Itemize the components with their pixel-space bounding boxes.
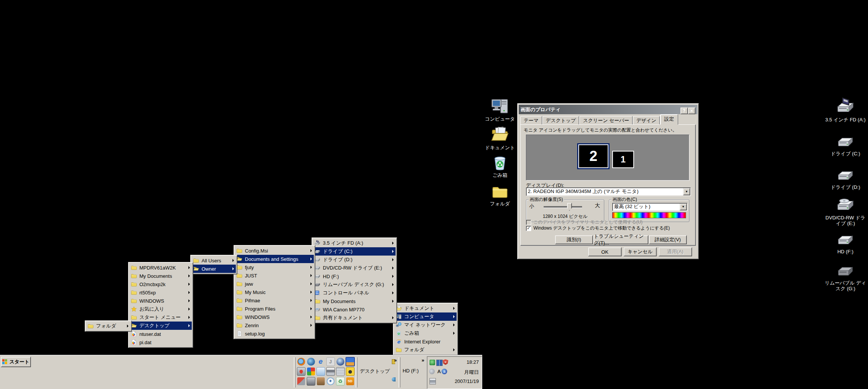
brown-app-icon[interactable] <box>317 377 325 385</box>
menu-item-computer[interactable]: コンピュータ <box>394 312 457 321</box>
apply-button[interactable]: 適用(A) <box>659 247 692 256</box>
tab-themes[interactable]: テーマ <box>520 116 542 125</box>
yellow-camera-icon[interactable] <box>346 367 355 376</box>
desktop-icon-removable-g[interactable]: リムーバブル ディスク (G:) <box>824 262 866 291</box>
menu-item-pi-dat[interactable]: pi.dat <box>130 338 192 346</box>
toolbar-grip[interactable] <box>356 357 358 387</box>
printer-icon[interactable] <box>326 367 335 376</box>
volume-icon[interactable] <box>429 369 435 374</box>
menu-item-internet-explorer[interactable]: Internet Explorer <box>394 337 457 346</box>
desktop-icon-documents[interactable]: ドキュメント <box>477 125 523 150</box>
menu-item-jww[interactable]: jww <box>235 280 314 288</box>
menu-item-folder[interactable]: フォルダ <box>86 322 130 330</box>
menu-item-my-documents[interactable]: My Documents <box>313 297 396 305</box>
menu-item-rt505xp[interactable]: rt505xp <box>130 288 192 297</box>
menu-item-folder[interactable]: フォルダ <box>394 346 457 354</box>
menu-item-setup-log[interactable]: setup.log <box>235 329 314 338</box>
color-cube-icon[interactable] <box>307 368 315 375</box>
internet-explorer-icon[interactable]: e <box>317 358 325 366</box>
monitor-arrangement-panel[interactable]: 2 1 <box>526 135 689 181</box>
menu-item-my-documents[interactable]: My Documents <box>130 272 192 280</box>
desktop-toolbar[interactable]: デスクトップ <box>359 368 391 375</box>
dropdown-arrow-icon[interactable]: ▼ <box>683 188 690 195</box>
menu-item-drive-c[interactable]: ドライブ (C:) <box>313 247 396 256</box>
menu-item-shared-documents[interactable]: 共有ドキュメント <box>313 314 396 322</box>
calculator-icon[interactable] <box>336 367 345 376</box>
compass-icon[interactable]: ✦ <box>327 377 335 385</box>
advanced-button[interactable]: 詳細設定(V) <box>649 235 687 244</box>
desktop-icon-computer[interactable]: コンピュータ <box>477 96 523 122</box>
dialog-titlebar[interactable]: 画面のプロパティ ? × <box>519 105 697 114</box>
menu-item-floppy-a[interactable]: 3.5 インチ FD (A:) <box>313 239 396 247</box>
menu-item-all-users[interactable]: All Users <box>192 256 236 265</box>
desktop-icon-drive-c[interactable]: ドライブ (C:) <box>824 133 866 156</box>
desktop-icon-recycle-bin[interactable]: ごみ箱 <box>477 153 523 178</box>
desktop-icon-floppy-a[interactable]: 3.5 インチ FD (A:) <box>824 97 866 123</box>
cancel-button[interactable]: キャンセル <box>623 247 657 256</box>
start-button[interactable]: スタート <box>1 357 31 367</box>
image-viewer-icon[interactable] <box>345 357 355 366</box>
monitor-2[interactable]: 2 <box>577 143 610 169</box>
safely-remove-icon[interactable] <box>429 360 435 365</box>
menu-item-documents[interactable]: ドキュメント <box>394 304 457 312</box>
menu-item-just[interactable]: JUST <box>235 271 314 280</box>
ime-caps-icon[interactable]: A <box>436 369 442 374</box>
tab-desktop[interactable]: デスクトップ <box>542 116 579 125</box>
menu-item-zenrin[interactable]: Zenrin <box>235 321 314 329</box>
menu-item-o2mcbxp2k[interactable]: O2mcbxp2k <box>130 280 192 288</box>
close-button[interactable]: × <box>688 107 695 114</box>
menu-item-hd-f[interactable]: HD (F:) <box>313 272 396 280</box>
menu-item-my-music[interactable]: My Music <box>235 288 314 296</box>
menu-item-desktop[interactable]: デスクトップ <box>130 322 192 330</box>
toolbar-grip[interactable] <box>294 357 296 387</box>
printer-status-icon[interactable] <box>429 378 436 384</box>
color-quality-select[interactable]: 最高 (32 ビット) ▼ <box>612 203 688 211</box>
pc-health-icon[interactable] <box>297 367 306 376</box>
checkbox-checked-icon[interactable]: ✓ <box>526 226 531 231</box>
j-app-icon[interactable]: J <box>326 357 335 366</box>
desktop-toolbar-chevron[interactable]: » <box>394 358 397 363</box>
toolbar-grip[interactable] <box>399 357 400 387</box>
menu-item-my-network[interactable]: マイ ネットワーク <box>394 321 457 329</box>
checkbox-unchecked-icon[interactable] <box>526 220 531 225</box>
hd-f-toolbar[interactable]: HD (F:) <box>401 368 420 374</box>
sd-app-icon[interactable]: SD <box>346 377 354 385</box>
troubleshoot-button[interactable]: トラブルシューティング(T)... <box>593 235 648 244</box>
menu-item-wia-canon[interactable]: WIA Canon MP770 <box>313 305 396 314</box>
resolution-slider-thumb[interactable] <box>567 203 572 211</box>
menu-item-config-msi[interactable]: Config.Msi <box>235 247 314 255</box>
scanner-icon[interactable] <box>307 377 315 386</box>
menu-item-ntuser-dat[interactable]: ntuser.dat <box>130 330 192 338</box>
display-select[interactable]: 2. RADEON IGP 340M/345M 上の (マルチ モニタ) ▼ <box>526 187 691 196</box>
menu-item-pifmae[interactable]: Pifmae <box>235 296 314 305</box>
dropdown-arrow-icon[interactable]: ▼ <box>680 204 687 210</box>
red-media-icon[interactable] <box>297 377 305 385</box>
display-settings-icon[interactable] <box>436 360 443 366</box>
tab-screensaver[interactable]: スクリーン セーバー <box>579 116 632 125</box>
green-recycle-icon[interactable]: ♻ <box>336 377 345 386</box>
help-button[interactable]: ? <box>680 107 688 114</box>
menu-item-control-panel[interactable]: コントロール パネル <box>313 289 396 297</box>
tab-appearance[interactable]: デザイン <box>633 116 660 125</box>
thunderbird-icon[interactable] <box>307 358 315 366</box>
menu-item-favorites[interactable]: お気に入り <box>130 305 192 313</box>
menu-item-recycle-bin[interactable]: ごみ箱 <box>394 329 457 337</box>
menu-item-start-menu[interactable]: スタート メニュー <box>130 313 192 322</box>
blue-document-icon[interactable] <box>316 367 325 376</box>
menu-item-drive-d[interactable]: ドライブ (D:) <box>313 256 396 264</box>
hd-toolbar-chevron[interactable]: » <box>422 358 424 363</box>
tab-settings[interactable]: 設定 <box>660 114 678 125</box>
google-earth-icon[interactable] <box>336 358 344 366</box>
firefox-icon[interactable] <box>297 358 305 366</box>
menu-item-program-files[interactable]: Program Files <box>235 305 314 313</box>
identify-button[interactable]: 識別(I) <box>555 235 593 244</box>
menu-item-windows[interactable]: WINDOWS <box>235 313 314 321</box>
desktop-icon-drive-d[interactable]: ドライブ (D:) <box>824 166 866 190</box>
menu-item-documents-and-settings[interactable]: Documents and Settings <box>235 255 314 263</box>
menu-item-windows[interactable]: WINDOWS <box>130 297 192 305</box>
ok-button[interactable]: OK <box>588 247 622 256</box>
desktop-icon-folder[interactable]: フォルダ <box>477 184 523 207</box>
resolution-slider-track[interactable] <box>544 206 582 208</box>
menu-item-mpdrv61aw2k[interactable]: MPDRV61aW2K <box>130 263 192 272</box>
desktop-icon-hd-f[interactable]: HD (F:) <box>824 231 866 254</box>
